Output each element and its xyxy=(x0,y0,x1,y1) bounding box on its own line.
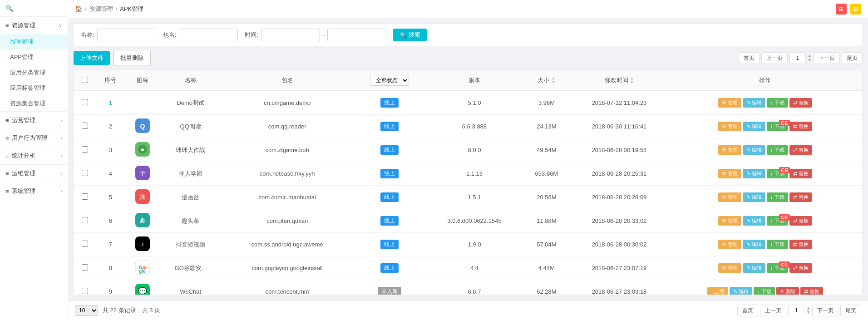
action-download-btn[interactable]: ↓ 下载 xyxy=(767,98,788,108)
row-checkbox[interactable] xyxy=(82,146,88,153)
action-replace-btn[interactable]: ⇄ 替换 xyxy=(789,169,812,178)
search-icon[interactable]: 🔍 xyxy=(5,5,13,12)
action-edit-btn[interactable]: ✎ 编辑 xyxy=(743,122,765,131)
action-download-btn[interactable]: ↓ 下载CE xyxy=(767,263,788,273)
prev-page-bottom[interactable]: 上一页 xyxy=(760,305,786,316)
page-arrows-bottom[interactable]: ▲ ▼ xyxy=(806,305,810,316)
row-num-link[interactable]: 1 xyxy=(109,99,112,106)
action-replace-btn[interactable]: ⇄ 替换 xyxy=(800,287,823,295)
action-download-btn[interactable]: ↓ 下载CE xyxy=(767,169,788,178)
action-download-btn[interactable]: ↓ 下载 xyxy=(754,287,775,295)
row-status: 线上 xyxy=(353,233,426,256)
sidebar-group-ops[interactable]: ≡ 运营管理 › xyxy=(0,112,68,129)
filter-name-input[interactable] xyxy=(97,29,156,41)
next-page-bottom[interactable]: 下一页 xyxy=(812,305,838,316)
action-edit-btn[interactable]: ✎ 编辑 xyxy=(743,98,765,108)
row-package: com.goplaycn.googleinstall xyxy=(221,256,353,280)
first-page-bottom[interactable]: 首页 xyxy=(737,305,758,316)
action-manage-btn[interactable]: ⚙ 管理 xyxy=(718,98,741,108)
row-checkbox[interactable] xyxy=(82,217,88,223)
action-replace-btn[interactable]: ⇄ 替换 xyxy=(789,192,812,202)
last-page-bottom[interactable]: 尾页 xyxy=(840,305,861,316)
action-edit-btn[interactable]: ✎ 编辑 xyxy=(743,216,765,226)
row-checkbox[interactable] xyxy=(82,99,88,105)
filter-package-input[interactable] xyxy=(179,29,238,41)
action-edit-btn[interactable]: ✎ 编辑 xyxy=(743,240,765,249)
breadcrumb-home[interactable]: 🏠 xyxy=(75,5,82,12)
sidebar-sys-section: ≡ 系统管理 › xyxy=(0,182,68,200)
row-checkbox[interactable] xyxy=(82,123,88,129)
per-page-select[interactable]: 10 20 50 100 xyxy=(75,305,98,316)
action-replace-btn[interactable]: ⇄ 替换 xyxy=(789,263,812,273)
modified-sort-header[interactable]: 修改时间 ▲ ▼ xyxy=(574,76,664,84)
action-manage-btn[interactable]: ⚙ 管理 xyxy=(718,122,741,131)
last-page-top[interactable]: 尾页 xyxy=(842,52,863,64)
action-edit-btn[interactable]: ✎ 编辑 xyxy=(743,192,765,202)
page-input-bottom[interactable] xyxy=(788,305,804,316)
sidebar-item-app[interactable]: APP管理 xyxy=(0,49,68,65)
action-replace-btn[interactable]: ⇄ 替换 xyxy=(789,145,812,155)
row-actions: ↑ 上线✎ 编辑↓ 下载✕ 删除⇄ 替换 xyxy=(668,280,862,295)
th-actions: 操作 xyxy=(668,70,862,91)
action-download-btn[interactable]: ↓ 下载 xyxy=(767,192,788,202)
filter-time-start-input[interactable] xyxy=(261,29,320,41)
sidebar-group-asset[interactable]: ≡ 资源管理 ∨ xyxy=(0,17,68,34)
sidebar-group-stats[interactable]: ≡ 统计分析 › xyxy=(0,147,68,164)
row-name: 趣头条 xyxy=(160,209,222,233)
row-num: 6 xyxy=(95,209,125,233)
action-edit-btn[interactable]: ✎ 编辑 xyxy=(743,263,765,273)
sidebar-item-apk[interactable]: APK管理 xyxy=(0,34,68,49)
sidebar-group-opsops[interactable]: ≡ 运维管理 › xyxy=(0,165,68,182)
breadcrumb-asset[interactable]: 资源管理 xyxy=(89,5,113,13)
row-checkbox[interactable] xyxy=(82,264,88,271)
status-filter-select[interactable]: 全部状态 线上 线下 未入库 xyxy=(370,75,409,86)
row-checkbox[interactable] xyxy=(82,288,88,294)
page-input-top[interactable] xyxy=(789,52,806,64)
sidebar-group-title-sys: 系统管理 xyxy=(12,187,61,195)
action-edit-btn[interactable]: ✎ 编辑 xyxy=(743,169,765,178)
action-replace-btn[interactable]: ⇄ 替换 xyxy=(789,98,812,108)
action-download-btn[interactable]: ↓ 下载CE xyxy=(767,122,788,131)
action-manage-btn[interactable]: ⚙ 管理 xyxy=(718,240,741,249)
first-page-top[interactable]: 首页 xyxy=(739,52,760,64)
action-download-btn[interactable]: ↓ 下载 xyxy=(767,240,788,249)
prev-page-top[interactable]: 上一页 xyxy=(761,52,788,64)
next-page-top[interactable]: 下一页 xyxy=(814,52,840,64)
arrow-down-bottom[interactable]: ▼ xyxy=(806,310,810,315)
grid-view-icon[interactable]: ⊞ xyxy=(836,4,847,15)
sidebar-group-sys[interactable]: ≡ 系统管理 › xyxy=(0,182,68,200)
action-manage-btn[interactable]: ⚙ 管理 xyxy=(718,263,741,273)
sidebar-group-user-behavior[interactable]: ≡ 用户行为管理 › xyxy=(0,129,68,147)
action-download-btn[interactable]: ↓ 下载CE xyxy=(767,216,788,226)
action-delete-btn[interactable]: ✕ 删除 xyxy=(776,287,799,295)
action-download-btn[interactable]: ↓ 下载 xyxy=(767,145,788,155)
action-manage-btn[interactable]: ⚙ 管理 xyxy=(718,145,741,155)
arrow-down-top[interactable]: ▼ xyxy=(808,58,812,62)
action-edit-btn[interactable]: ✎ 编辑 xyxy=(730,287,752,295)
upload-button[interactable]: 上传文件 xyxy=(74,51,110,65)
action-online-btn[interactable]: ↑ 上线 xyxy=(707,287,729,295)
sidebar-item-app-category[interactable]: 应用分类管理 xyxy=(0,65,68,80)
filter-time-end-input[interactable] xyxy=(327,29,386,41)
sidebar-item-resource-set[interactable]: 资源集合管理 xyxy=(0,96,68,111)
select-all-checkbox[interactable] xyxy=(82,77,88,83)
row-checkbox[interactable] xyxy=(82,193,88,200)
page-arrows-top[interactable]: ▲ ▼ xyxy=(808,52,812,64)
row-checkbox[interactable] xyxy=(82,241,88,247)
row-checkbox[interactable] xyxy=(82,170,88,176)
action-replace-btn[interactable]: ⇄ 替换 xyxy=(789,122,812,131)
settings-icon[interactable]: ⚙ xyxy=(850,4,861,15)
row-checkbox-cell xyxy=(74,138,95,162)
action-manage-btn[interactable]: ⚙ 管理 xyxy=(718,169,741,178)
sidebar-item-app-tag[interactable]: 应用标签管理 xyxy=(0,80,68,96)
action-replace-btn[interactable]: ⇄ 替换 xyxy=(789,216,812,226)
sidebar-search[interactable]: 🔍 xyxy=(0,0,68,17)
batch-delete-button[interactable]: 批量删除 xyxy=(113,51,151,65)
action-manage-btn[interactable]: ⚙ 管理 xyxy=(718,192,741,202)
action-edit-btn[interactable]: ✎ 编辑 xyxy=(743,145,765,155)
row-size: 4.44M xyxy=(523,256,570,280)
action-replace-btn[interactable]: ⇄ 替换 xyxy=(789,240,812,249)
action-manage-btn[interactable]: ⚙ 管理 xyxy=(718,216,741,226)
size-sort-header[interactable]: 大小 ▲ ▼ xyxy=(526,76,567,84)
search-button[interactable]: 🔍 搜索 xyxy=(393,29,427,41)
